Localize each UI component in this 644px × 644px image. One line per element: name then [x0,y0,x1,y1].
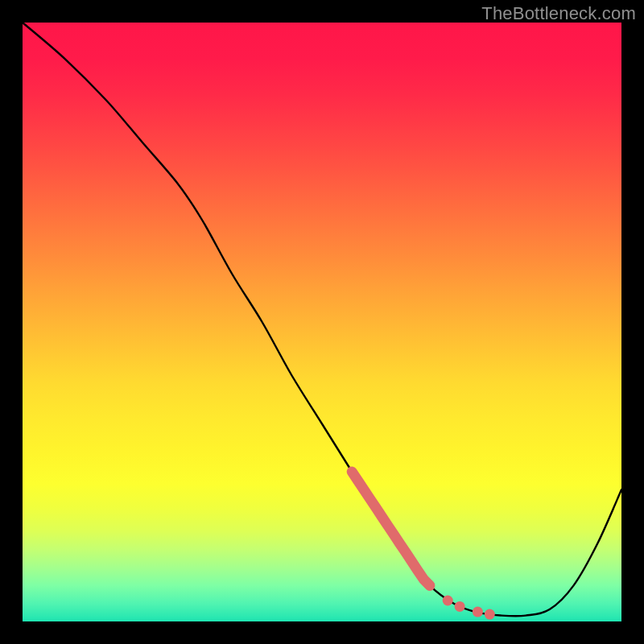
chart-svg [23,23,621,621]
chart-frame: TheBottleneck.com [0,0,644,644]
highlight-segment-stroke [352,472,430,585]
highlight-marker [485,609,495,620]
highlight-marker [455,601,465,612]
line-series [23,23,621,616]
plot-area [23,23,621,621]
watermark-text: TheBottleneck.com [481,3,636,24]
highlight-marker [473,607,483,617]
highlight-marker [443,596,453,606]
highlight-markers [352,472,495,620]
